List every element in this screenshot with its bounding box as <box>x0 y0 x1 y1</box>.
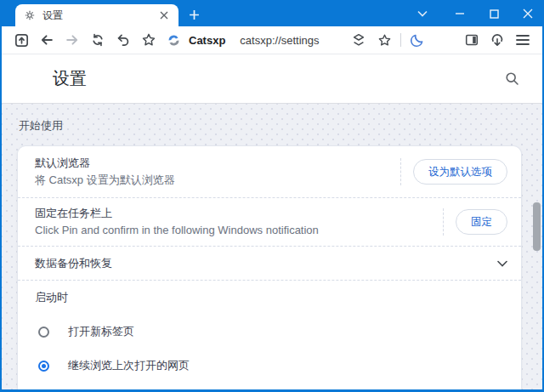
pin-taskbar-row: 固定在任务栏上 Click Pin and confirm in the fol… <box>18 198 521 247</box>
settings-content: 开始使用 默认浏览器 将 Catsxp 设置为默认浏览器 设为默认选项 固定在任… <box>2 104 542 389</box>
pin-taskbar-subtitle: Click Pin and confirm in the following W… <box>35 222 443 239</box>
menu-icon[interactable] <box>510 28 536 52</box>
new-tab-button[interactable] <box>185 6 202 23</box>
backup-restore-title: 数据备份和恢复 <box>35 255 497 272</box>
minimize-button[interactable] <box>449 3 471 24</box>
catsxp-logo-icon <box>167 33 181 48</box>
radio-continue-label: 继续浏览上次打开的网页 <box>68 358 190 373</box>
maximize-button[interactable] <box>483 3 505 24</box>
download-update-icon[interactable] <box>484 28 510 52</box>
tab-title: 设置 <box>42 9 150 23</box>
radio-new-tab-label: 打开新标签页 <box>68 324 134 339</box>
chevron-down-icon[interactable] <box>497 260 507 267</box>
backup-restore-row[interactable]: 数据备份和恢复 <box>18 247 521 281</box>
radio-continue[interactable] <box>38 361 49 372</box>
toolbar-separator <box>400 33 401 47</box>
set-default-button[interactable]: 设为默认选项 <box>413 159 507 185</box>
page-title: 设置 <box>53 67 87 90</box>
browser-window: 设置 <box>0 0 544 392</box>
brand-label: Catsxp <box>189 34 225 47</box>
bookmark-star-icon[interactable] <box>371 28 397 52</box>
address-bar[interactable]: Catsxp catsxp://settings <box>167 33 320 48</box>
url-text[interactable]: catsxp://settings <box>240 34 319 47</box>
startup-section-label: 启动时 <box>18 281 521 315</box>
row-vertical-divider <box>443 208 444 236</box>
tab-close-icon[interactable] <box>156 8 172 23</box>
boss-key-icon[interactable] <box>8 28 34 52</box>
tab-settings[interactable]: 设置 <box>15 4 178 26</box>
section-label: 开始使用 <box>19 118 63 134</box>
undo-icon[interactable] <box>110 28 136 52</box>
dark-mode-moon-icon[interactable] <box>405 28 430 52</box>
startup-option-continue[interactable]: 继续浏览上次打开的网页 <box>18 349 521 383</box>
row-vertical-divider <box>400 158 401 185</box>
home-star-icon[interactable] <box>136 28 162 52</box>
pin-button[interactable]: 固定 <box>456 209 507 235</box>
settings-header: 设置 <box>2 54 542 104</box>
default-browser-subtitle: 将 Catsxp 设置为默认浏览器 <box>35 172 400 189</box>
radio-new-tab[interactable] <box>38 327 49 338</box>
default-browser-title: 默认浏览器 <box>35 155 400 172</box>
settings-menu-icon[interactable] <box>20 73 37 85</box>
back-icon[interactable] <box>34 28 60 52</box>
search-icon[interactable] <box>504 71 520 87</box>
default-browser-row: 默认浏览器 将 Catsxp 设置为默认浏览器 设为默认选项 <box>18 146 521 198</box>
scrollbar-thumb[interactable] <box>533 202 541 251</box>
tab-search-chevron-icon[interactable] <box>413 5 432 22</box>
pin-taskbar-title: 固定在任务栏上 <box>35 205 443 222</box>
gear-icon <box>24 9 36 21</box>
layers-icon[interactable] <box>346 28 371 52</box>
settings-card: 默认浏览器 将 Catsxp 设置为默认浏览器 设为默认选项 固定在任务栏上 C… <box>17 145 522 389</box>
refresh-icon[interactable] <box>85 28 110 52</box>
titlebar: 设置 <box>0 0 544 26</box>
forward-icon <box>60 28 85 52</box>
toolbar: Catsxp catsxp://settings <box>2 26 542 54</box>
window-close-button[interactable] <box>517 3 539 24</box>
startup-option-new-tab[interactable]: 打开新标签页 <box>18 315 521 349</box>
sidebar-toggle-icon[interactable] <box>459 28 484 52</box>
